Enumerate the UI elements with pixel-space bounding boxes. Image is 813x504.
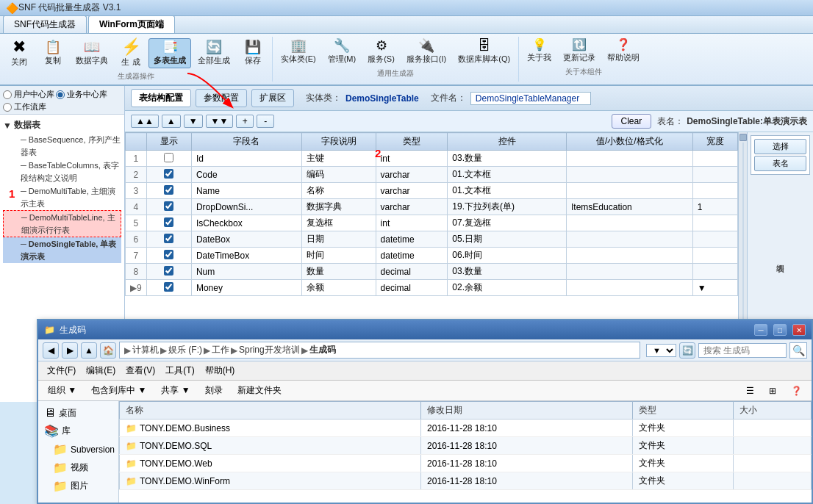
tree-item-4[interactable]: ─ DemoMultiTableLine, 主细演示行行表 xyxy=(3,210,121,237)
toolbar-group-label-2: 通用生成器 xyxy=(377,68,414,79)
fe-back-btn[interactable]: ◀ xyxy=(43,342,59,359)
copy-button[interactable]: 📋 复制 xyxy=(37,38,69,68)
fe-view-btn[interactable]: ☰ xyxy=(741,384,759,398)
table-row[interactable]: 6DateBox日期datetime05.日期 xyxy=(126,231,738,248)
fe-help2-btn[interactable]: ❓ xyxy=(786,384,807,398)
fe-sidebar-subversion[interactable]: 📁 Subversion xyxy=(41,440,115,458)
fe-file-type: 文件夹 xyxy=(633,437,734,455)
add-row-btn[interactable]: + xyxy=(236,115,254,128)
generate-button[interactable]: ⚡ 生 成 xyxy=(115,37,147,70)
tree-item-5[interactable]: ─ DemoSingleTable, 单表演示表 xyxy=(3,237,121,263)
fe-file-row[interactable]: 📁TONY.DEMO.SQL 2016-11-28 18:10 文件夹 xyxy=(120,437,812,455)
config-tab-param[interactable]: 参数配置 xyxy=(196,89,247,107)
tab-winform[interactable]: WinForm页面端 xyxy=(88,15,175,33)
tab-snf[interactable]: SNF代码生成器 xyxy=(3,15,87,33)
save-button[interactable]: 💾 保存 xyxy=(237,38,269,68)
fe-minimize-btn[interactable]: ─ xyxy=(754,324,767,336)
fe-close-btn[interactable]: ✕ xyxy=(792,324,806,336)
close-button[interactable]: ✖ 关闭 xyxy=(3,37,35,70)
fe-up-btn[interactable]: ▲ xyxy=(81,342,97,359)
row-show[interactable] xyxy=(146,231,191,248)
fe-search-input[interactable] xyxy=(698,343,787,358)
fe-folder-icon-title: 📁 xyxy=(44,325,55,335)
serviceif-button[interactable]: 🔌 服务接口(I) xyxy=(401,37,451,67)
fe-organize-btn[interactable]: 组织 ▼ xyxy=(43,382,82,399)
row-show[interactable] xyxy=(146,215,191,231)
fe-menu-edit[interactable]: 编辑(E) xyxy=(82,363,120,378)
row-show[interactable] xyxy=(146,248,191,264)
tree-item-1[interactable]: ─ BaseSequence, 序列产生器表 xyxy=(3,133,121,159)
fe-search-btn[interactable]: 🔍 xyxy=(789,342,807,359)
fe-path-bar[interactable]: ▶ 计算机 ▶ 娱乐 (F:) ▶ 工作 ▶ Spring开发培训 ▶ 生成码 xyxy=(119,342,640,359)
update-button[interactable]: 🔃 更新记录 xyxy=(558,37,601,65)
side-table-btn-1[interactable]: 表名 xyxy=(754,156,806,171)
fe-maximize-btn[interactable]: □ xyxy=(773,324,787,336)
del-row-btn[interactable]: - xyxy=(257,115,274,128)
row-show[interactable] xyxy=(146,280,191,296)
nav-up-btn[interactable]: ▲ xyxy=(162,115,181,128)
row-show[interactable] xyxy=(146,151,191,167)
row-show[interactable] xyxy=(146,199,191,215)
fe-sidebar-videos[interactable]: 📁 视频 xyxy=(41,458,115,477)
fe-menu-view[interactable]: 查看(V) xyxy=(121,363,160,378)
row-value xyxy=(567,183,693,199)
fe-share-btn[interactable]: 共享 ▼ xyxy=(156,382,195,399)
fe-path-dropdown[interactable]: ▼ xyxy=(646,344,676,357)
fe-file-row[interactable]: 📁TONY.DEMO.Web 2016-11-28 18:10 文件夹 xyxy=(120,455,812,472)
dbscript-button[interactable]: 🗄 数据库脚本(Q) xyxy=(453,37,515,67)
fe-file-row[interactable]: 📁TONY.DEMO.Business 2016-11-28 18:10 文件夹 xyxy=(120,420,812,437)
table-row[interactable]: 7DateTimeBox时间datetime06.时间 xyxy=(126,248,738,264)
fe-content: 名称 修改日期 类型 大小 📁TONY.DEMO.Business 2016-1… xyxy=(119,401,812,503)
fe-menu-file[interactable]: 文件(F) xyxy=(43,363,80,378)
row-value xyxy=(567,167,693,183)
table-row[interactable]: 5IsCheckbox复选框int07.复选框 xyxy=(126,215,738,231)
fe-sidebar-library[interactable]: 📚 库 xyxy=(41,422,115,440)
fe-details-btn[interactable]: ⊞ xyxy=(764,384,781,398)
table-row[interactable]: 1Id主键int03.数量 xyxy=(126,151,738,167)
fe-newfolder-btn[interactable]: 新建文件夹 xyxy=(232,382,287,399)
row-field: Num xyxy=(191,264,301,280)
tree-item-3[interactable]: ─ DemoMultiTable, 主细演示主表 xyxy=(3,184,121,210)
row-value xyxy=(567,215,693,231)
row-desc: 编码 xyxy=(301,167,376,183)
fe-menu-help[interactable]: 帮助(H) xyxy=(201,363,240,378)
tree-item-2[interactable]: ─ BaseTableColumns, 表字段结构定义说明 xyxy=(3,159,121,184)
file-name-input[interactable] xyxy=(470,92,591,105)
fe-forward-btn[interactable]: ▶ xyxy=(62,342,78,359)
fe-burn-btn[interactable]: 刻录 xyxy=(200,382,228,399)
row-show[interactable] xyxy=(146,167,191,183)
table-row[interactable]: 8Num数量decimal03.数量 xyxy=(126,264,738,280)
radio-biz[interactable]: 业务中心库 xyxy=(56,89,107,100)
fe-file-row[interactable]: 📁TONY.DEMO.WinForm 2016-11-28 18:10 文件夹 xyxy=(120,472,812,490)
table-row[interactable]: 2Code编码varchar01.文本框 xyxy=(126,167,738,183)
table-row[interactable]: 4DropDownSi...数据字典varchar19.下拉列表(单)Items… xyxy=(126,199,738,215)
service-button[interactable]: ⚙ 服务(S) xyxy=(362,37,400,67)
about-button[interactable]: 💡 关于我 xyxy=(522,37,556,65)
row-show[interactable] xyxy=(146,183,191,199)
manage-button[interactable]: 🔧 管理(M) xyxy=(323,37,362,67)
multi-gen-button[interactable]: 📑 多表生成 xyxy=(148,38,191,68)
entity-button[interactable]: 🏢 实体类(E) xyxy=(276,37,321,67)
fe-home-btn[interactable]: 🏠 xyxy=(100,342,116,359)
fe-menu-tools[interactable]: 工具(T) xyxy=(161,363,198,378)
row-show[interactable] xyxy=(146,264,191,280)
dict-button[interactable]: 📖 数据字典 xyxy=(71,38,113,68)
fe-sidebar-pictures[interactable]: 📁 图片 xyxy=(41,477,115,495)
radio-workflow[interactable]: 工作流库 xyxy=(3,101,46,112)
table-row[interactable]: 3Name名称varchar01.文本框 xyxy=(126,183,738,199)
clear-button[interactable]: Clear xyxy=(612,114,652,129)
side-select-btn-1[interactable]: 选择 xyxy=(754,139,806,154)
nav-last-btn[interactable]: ▼▼ xyxy=(206,115,234,128)
nav-first-btn[interactable]: ▲▲ xyxy=(131,115,159,128)
gen-all-button[interactable]: 🔄 全部生成 xyxy=(193,38,235,68)
fe-refresh-btn[interactable]: 🔄 xyxy=(679,342,695,359)
config-tab-extend[interactable]: 扩展区 xyxy=(251,89,294,107)
radio-user[interactable]: 用户中心库 xyxy=(3,89,54,100)
fe-include-btn[interactable]: 包含到库中 ▼ xyxy=(86,382,151,399)
config-tab-struct[interactable]: 表结构配置 xyxy=(131,89,191,107)
help-button[interactable]: ❓ 帮助说明 xyxy=(602,37,645,65)
nav-down-btn[interactable]: ▼ xyxy=(184,115,203,128)
row-width xyxy=(692,183,737,199)
table-row[interactable]: ▶9Money余额decimal02.余额▼ xyxy=(126,280,738,296)
fe-sidebar-desktop[interactable]: 🖥 桌面 xyxy=(41,404,115,422)
